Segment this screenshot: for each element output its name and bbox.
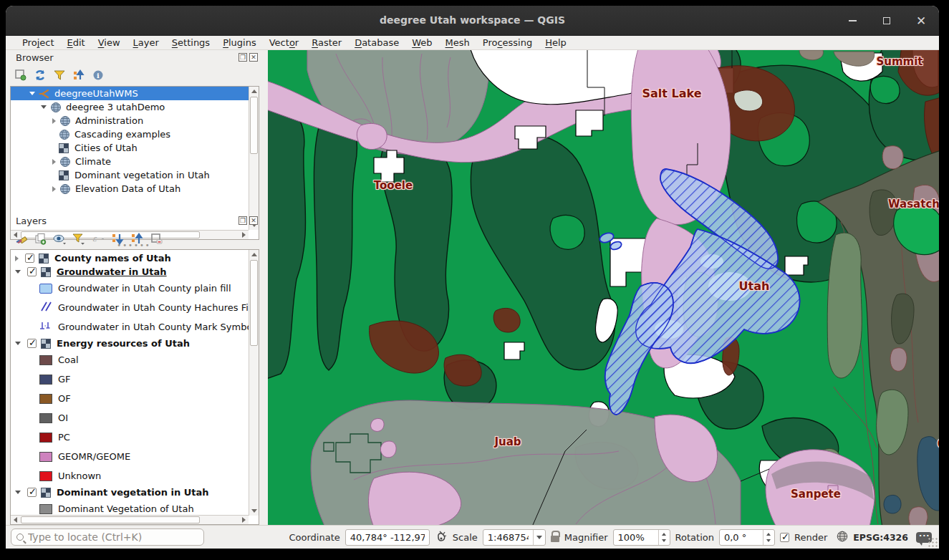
magnifier-spin-buttons[interactable]	[658, 530, 670, 545]
legend-of[interactable]: OF	[11, 389, 249, 408]
scale-combo[interactable]	[483, 529, 546, 546]
layer-checkbox[interactable]	[25, 254, 34, 263]
remove-layer-icon[interactable]	[150, 232, 163, 245]
rotation-input[interactable]	[720, 532, 763, 543]
menu-vector[interactable]: Vector	[263, 37, 305, 48]
collapse-all-icon[interactable]	[72, 69, 85, 82]
menu-plugins[interactable]: Plugins	[216, 37, 263, 48]
properties-icon[interactable]: i	[92, 69, 105, 82]
menu-web[interactable]: Web	[405, 37, 438, 48]
scale-input[interactable]	[483, 532, 533, 543]
filter-legend-icon[interactable]	[72, 232, 85, 245]
render-checkbox[interactable]	[780, 533, 789, 542]
locator-box[interactable]	[11, 528, 204, 546]
magnifier-spinbox[interactable]	[613, 529, 670, 546]
menu-mesh[interactable]: Mesh	[439, 37, 476, 48]
menu-settings[interactable]: Settings	[165, 37, 216, 48]
legend-coal[interactable]: Coal	[11, 350, 249, 370]
layer-checkbox[interactable]	[27, 488, 37, 497]
menu-help[interactable]: Help	[539, 37, 573, 48]
open-layer-styling-icon[interactable]	[14, 232, 27, 245]
menu-layer[interactable]: Layer	[127, 37, 165, 48]
rotation-spin-buttons[interactable]	[763, 530, 774, 545]
tree-item-elevation-data[interactable]: Elevation Data of Utah	[11, 182, 249, 195]
expander-icon[interactable]	[15, 342, 21, 345]
expand-all-icon[interactable]	[111, 232, 124, 245]
menu-processing[interactable]: Processing	[476, 37, 539, 48]
crs-status[interactable]: EPSG:4326	[853, 532, 908, 543]
wms-layer-globe-icon	[59, 156, 71, 168]
expander-icon[interactable]	[15, 256, 19, 261]
status-bar: Coordinate Scale Magnifier Rotation Rend…	[6, 525, 939, 549]
tree-item-administration[interactable]: Administration	[11, 114, 249, 127]
expander-icon[interactable]	[52, 186, 56, 192]
rotation-spinbox[interactable]	[719, 529, 775, 546]
manage-map-themes-icon[interactable]	[53, 232, 66, 245]
close-panel-icon[interactable]: ✕	[249, 53, 258, 62]
tree-item-dominant-vegetation[interactable]: Dominant vegetation in Utah	[11, 168, 249, 182]
collapse-all-icon[interactable]	[130, 232, 143, 245]
layer-checkbox[interactable]	[27, 339, 37, 348]
layer-checkbox[interactable]	[27, 267, 37, 276]
menu-database[interactable]: Database	[348, 37, 405, 48]
locator-input[interactable]	[28, 531, 186, 543]
scale-dropdown-icon[interactable]	[533, 530, 545, 545]
magnifier-input[interactable]	[614, 532, 658, 543]
layer-county-names[interactable]: County names of Utah	[11, 251, 249, 265]
scale-label: Scale	[453, 532, 478, 543]
minimize-button[interactable]	[846, 14, 859, 27]
maximize-button[interactable]	[880, 14, 893, 27]
legend-pc[interactable]: PC	[11, 428, 249, 447]
expander-icon[interactable]	[52, 118, 56, 124]
legend-dominant-vegetation[interactable]: Dominant Vegetation of Utah	[11, 499, 249, 516]
tree-item-cascading-examples[interactable]: Cascading examples	[11, 127, 249, 141]
legend-gw-plain-fill[interactable]: Groundwater in Utah County plain fill	[11, 279, 249, 298]
filter-by-expression-icon[interactable]: ε	[92, 232, 105, 245]
expander-icon[interactable]	[29, 92, 35, 95]
legend-gw-hachures[interactable]: Groundwater in Utah County Hachures Fi	[11, 298, 249, 317]
layer-energy-resources[interactable]: Energy resources of Utah	[11, 337, 249, 350]
layers-horizontal-scrollbar[interactable]	[11, 515, 249, 524]
crs-globe-icon[interactable]	[837, 531, 848, 544]
menu-edit[interactable]: Edit	[61, 37, 92, 48]
layer-dominant-vegetation[interactable]: Dominant vegetation in Utah	[11, 486, 249, 499]
browser-panel-header[interactable]: Browser ❐ ✕	[6, 50, 262, 66]
menu-raster[interactable]: Raster	[305, 37, 348, 48]
float-panel-icon[interactable]: ❐	[239, 53, 247, 62]
layers-panel-header[interactable]: Layers ❐ ✕	[6, 213, 262, 229]
legend-oi[interactable]: OI	[11, 408, 249, 428]
close-button[interactable]: ✕	[915, 14, 928, 27]
legend-gw-mark[interactable]: Groundwater in Utah County Mark Symbo	[11, 317, 249, 337]
refresh-icon[interactable]	[34, 69, 47, 82]
tree-item-cities-of-utah[interactable]: Cities of Utah	[11, 141, 249, 155]
browser-panel-title: Browser	[16, 52, 54, 63]
filter-browser-icon[interactable]	[53, 69, 66, 82]
expander-icon[interactable]	[15, 270, 21, 274]
expander-icon[interactable]	[52, 159, 56, 165]
float-panel-icon[interactable]: ❐	[239, 216, 247, 225]
tree-item-deegreeutahwms[interactable]: deegreeUtahWMS	[11, 87, 249, 100]
coordinate-input[interactable]	[346, 532, 429, 543]
add-selected-layers-button[interactable]	[14, 69, 27, 82]
browser-vertical-scrollbar[interactable]	[249, 87, 259, 230]
resize-grip[interactable]	[928, 537, 938, 547]
legend-unknown[interactable]: Unknown	[11, 466, 249, 486]
expander-icon[interactable]	[41, 105, 47, 109]
layers-vertical-scrollbar[interactable]	[249, 250, 259, 516]
title-bar[interactable]: deegree Utah workspace — QGIS ✕	[6, 6, 939, 36]
tree-item-deegree-3-utahdemo[interactable]: deegree 3 utahDemo	[11, 100, 249, 114]
toggle-extents-icon[interactable]	[435, 530, 448, 545]
legend-gf[interactable]: GF	[11, 370, 249, 389]
legend-geomr[interactable]: GEOMR/GEOME	[11, 447, 249, 466]
add-group-icon[interactable]	[34, 232, 47, 245]
menu-view[interactable]: View	[92, 37, 127, 48]
menu-project[interactable]: Project	[16, 37, 61, 48]
tree-item-climate[interactable]: Climate	[11, 155, 249, 168]
lock-scale-icon[interactable]	[551, 536, 559, 542]
layer-groundwater[interactable]: Groundwater in Utah	[11, 265, 249, 279]
coordinate-field[interactable]	[345, 529, 430, 546]
svg-text:ε: ε	[92, 234, 97, 243]
map-canvas[interactable]: Summit Salt Lake Tooele Wasatch Utah Jua…	[268, 50, 939, 525]
close-panel-icon[interactable]: ✕	[249, 216, 258, 225]
expander-icon[interactable]	[15, 491, 21, 494]
